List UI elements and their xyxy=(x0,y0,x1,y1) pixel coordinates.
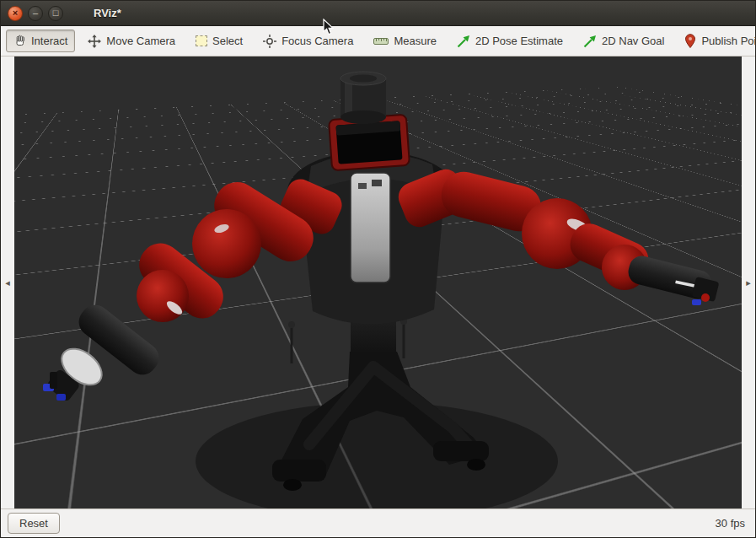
toolbar: Interact Move Camera Select Focus Camera… xyxy=(1,26,755,56)
tool-label: Publish Point xyxy=(701,35,756,47)
right-panel-splitter[interactable]: ▸ xyxy=(742,56,755,508)
tool-select[interactable]: Select xyxy=(188,30,250,52)
tool-publish-point[interactable]: Publish Point xyxy=(677,29,756,53)
robot-shadow xyxy=(196,402,558,508)
close-icon: × xyxy=(13,8,18,18)
robot-head xyxy=(329,72,410,170)
window-title: RViz* xyxy=(94,7,121,19)
baxter-robot xyxy=(14,56,742,508)
right-splitter-arrow-icon: ▸ xyxy=(746,277,751,288)
fps-counter: 30 fps xyxy=(716,517,745,530)
maximize-icon: □ xyxy=(53,8,59,18)
tool-label: Interact xyxy=(31,35,67,47)
tool-label: Move Camera xyxy=(106,35,175,47)
robot-left-arm xyxy=(43,174,346,402)
minimize-icon: – xyxy=(33,8,38,18)
focus-camera-icon xyxy=(263,35,276,48)
tool-2d-nav-goal[interactable]: 2D Nav Goal xyxy=(576,30,672,53)
green-arrow-icon xyxy=(457,35,470,48)
ruler-icon xyxy=(373,36,389,46)
tool-move-camera[interactable]: Move Camera xyxy=(80,30,183,53)
tool-2d-pose-estimate[interactable]: 2D Pose Estimate xyxy=(449,30,571,53)
main-area: ◂ xyxy=(1,56,755,508)
tool-label: 2D Nav Goal xyxy=(602,35,664,47)
hand-cursor-icon xyxy=(13,35,26,47)
robot-sonar-head xyxy=(340,72,386,124)
left-splitter-arrow-icon: ◂ xyxy=(5,277,10,288)
selection-box-icon xyxy=(196,35,207,46)
tool-measure[interactable]: Measure xyxy=(366,30,444,52)
map-pin-icon xyxy=(684,34,696,48)
tool-label: Focus Camera xyxy=(281,35,353,47)
tool-label: Select xyxy=(212,35,243,47)
left-panel-splitter[interactable]: ◂ xyxy=(1,56,14,508)
tool-label: 2D Pose Estimate xyxy=(475,35,563,47)
status-bar: Reset 30 fps xyxy=(1,508,755,537)
robot-right-arm xyxy=(394,165,720,305)
move-camera-icon xyxy=(88,35,101,48)
green-arrow-icon xyxy=(583,35,597,48)
tool-interact[interactable]: Interact xyxy=(6,30,75,52)
reset-button[interactable]: Reset xyxy=(8,513,60,534)
minimize-button[interactable]: – xyxy=(28,6,43,21)
rviz-window: × – □ RViz* Interact Move Camera Select xyxy=(0,0,756,538)
close-button[interactable]: × xyxy=(8,6,23,21)
tool-focus-camera[interactable]: Focus Camera xyxy=(255,30,361,53)
titlebar[interactable]: × – □ RViz* xyxy=(1,1,755,26)
tool-label: Measure xyxy=(394,35,437,47)
maximize-button[interactable]: □ xyxy=(48,6,63,21)
3d-viewport[interactable] xyxy=(14,56,742,508)
